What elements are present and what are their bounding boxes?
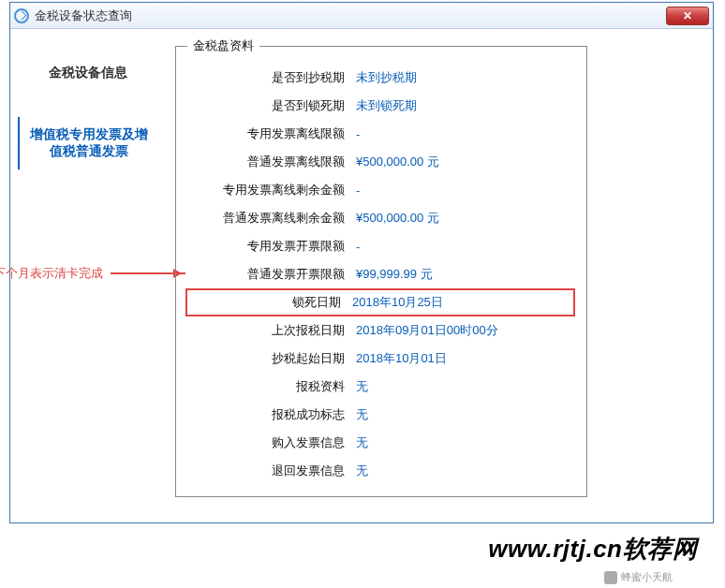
group-box: 金税盘资料 是否到抄税期未到抄税期是否到锁死期未到锁死期专用发票离线限额-普通发… [175,46,587,497]
close-button[interactable]: ✕ [666,7,709,25]
row-value: 2018年10月25日 [352,294,443,311]
annotation-note: 锁死日期变为下个月表示清卡完成 [0,265,185,282]
watermark-text: www.rjtj.cn软荐网 [488,533,697,566]
sidebar-item-label: 增值税专用发票及增值税普通发票 [30,126,148,158]
row-label: 专用发票开票限额 [187,238,356,255]
row-value: ¥500,000.00 元 [356,210,439,227]
row-value: ¥99,999.99 元 [356,266,433,283]
data-row: 报税成功标志无 [187,401,575,429]
row-label: 专用发票离线剩余金额 [187,182,356,198]
titlebar: 金税设备状态查询 ✕ [10,3,713,29]
row-value: 无 [356,434,368,451]
row-value: 无 [356,406,368,423]
row-value: 未到抄税期 [356,69,417,86]
main-panel: 锁死日期变为下个月表示清卡完成 金税盘资料 是否到抄税期未到抄税期是否到锁死期未… [175,38,705,513]
row-value: 2018年09月01日00时00分 [356,322,498,339]
data-row: 锁死日期2018年10月25日 [185,288,575,316]
window-title: 金税设备状态查询 [35,7,666,24]
row-label: 购入发票信息 [187,434,356,451]
data-row: 购入发票信息无 [187,429,575,457]
data-row: 抄税起始日期2018年10月01日 [187,345,575,373]
row-value: 未到锁死期 [356,97,417,114]
row-value: - [356,127,360,141]
row-label: 普通发票开票限额 [187,266,356,283]
sidebar-item-vat-invoice[interactable]: 增值税专用发票及增值税普通发票 [18,117,158,169]
row-label: 退回发票信息 [187,463,356,479]
wechat-icon [604,571,617,584]
row-label: 报税资料 [187,378,356,395]
app-icon [14,8,29,23]
data-row: 专用发票离线剩余金额- [187,176,575,204]
rows-container: 是否到抄税期未到抄税期是否到锁死期未到锁死期专用发票离线限额-普通发票离线限额¥… [187,64,575,485]
data-row: 是否到抄税期未到抄税期 [187,64,575,92]
data-row: 报税资料无 [187,373,575,401]
data-row: 是否到锁死期未到锁死期 [187,92,575,120]
group-title: 金税盘资料 [187,37,259,54]
data-row: 退回发票信息无 [187,457,575,485]
row-value: - [356,240,360,254]
row-value: 无 [356,378,368,395]
arrow-icon [111,272,185,274]
data-row: 专用发票离线限额- [187,120,575,148]
row-label: 普通发票离线剩余金额 [187,210,356,227]
row-label: 上次报税日期 [187,322,356,339]
dialog-window: 金税设备状态查询 ✕ 金税设备信息 增值税专用发票及增值税普通发票 锁死日期变为… [9,2,714,523]
row-label: 锁死日期 [187,294,352,311]
row-label: 抄税起始日期 [187,350,356,367]
data-row: 上次报税日期2018年09月01日00时00分 [187,316,575,345]
row-value: 无 [356,463,368,479]
data-row: 专用发票开票限额- [187,232,575,260]
row-label: 是否到抄税期 [187,69,356,86]
data-row: 普通发票离线限额¥500,000.00 元 [187,148,575,176]
row-value: - [356,184,360,198]
row-label: 专用发票离线限额 [187,125,356,142]
row-label: 是否到锁死期 [187,97,356,114]
sidebar-item-device-info[interactable]: 金税设备信息 [18,55,158,91]
row-value: ¥500,000.00 元 [356,154,439,170]
close-icon: ✕ [683,9,692,22]
client-area: 金税设备信息 增值税专用发票及增值税普通发票 锁死日期变为下个月表示清卡完成 金… [10,29,713,522]
sidebar-item-label: 金税设备信息 [49,65,127,80]
data-row: 普通发票离线剩余金额¥500,000.00 元 [187,204,575,232]
data-row: 普通发票开票限额¥99,999.99 元 [187,260,575,288]
row-label: 普通发票离线限额 [187,154,356,170]
wechat-tag: 蜂蜜小天航 [604,570,673,584]
row-label: 报税成功标志 [187,406,356,423]
annotation-text: 锁死日期变为下个月表示清卡完成 [0,265,103,282]
row-value: 2018年10月01日 [356,350,447,367]
wechat-tag-text: 蜂蜜小天航 [621,570,673,584]
